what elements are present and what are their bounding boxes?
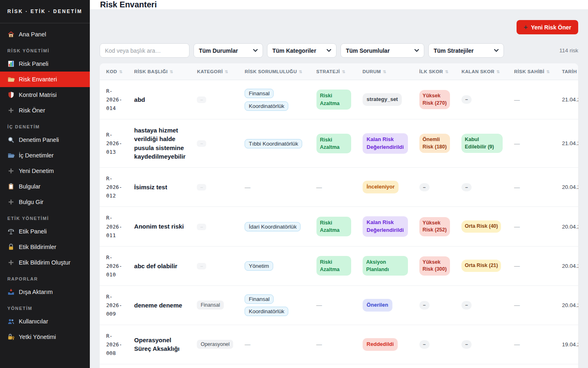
risk-code-cell: R-2026-013 (100, 119, 128, 168)
strategy-filter-select[interactable]: Tüm Stratejiler (428, 43, 504, 58)
responsibility-cell: Tıbbi Koordinatörlük (238, 119, 310, 168)
sidebar-item-label: Yetki Yönetimi (19, 334, 56, 340)
sort-icon: ⇅ (170, 70, 174, 74)
risk-code-cell: R-2026-010 (100, 246, 128, 285)
residual-score-cell: Orta Risk (21) (455, 246, 508, 285)
sidebar-item-bulgu-gir[interactable]: Bulgu Gir (0, 194, 90, 210)
table-row[interactable]: R-2026-013hastaya hizmet verildiği halde… (100, 119, 578, 168)
sidebar-item-risk-paneli[interactable]: Risk Paneli (0, 56, 90, 72)
strategy-cell: — (310, 285, 356, 325)
new-risk-button[interactable]: + Yeni Risk Öner (517, 20, 578, 34)
column-header-kalan-skor[interactable]: KALAN SKOR⇅ (455, 63, 508, 80)
initial-score-cell: Yüksek Risk (270) (413, 80, 455, 119)
column-header-ilk-skor[interactable]: İLK SKOR⇅ (413, 63, 455, 80)
sidebar-item-ana-panel[interactable]: Ana Panel (0, 27, 90, 42)
sidebar-item-disa-aktarim[interactable]: Dışa Aktarım (0, 284, 90, 300)
page-header: Risk Envanteri (90, 0, 588, 10)
plus-icon (7, 167, 15, 175)
empty-value: — (245, 341, 250, 348)
table-row[interactable]: R-2026-007İtibar Riski – —Aksiyon Planla… (100, 364, 578, 368)
sort-icon: ⇅ (225, 70, 228, 74)
table-row[interactable]: R-2026-012İsimsiz test–——İnceleniyor––—2… (100, 168, 578, 207)
column-label: RİSK BAŞLIĞI (134, 69, 168, 74)
column-header-strateji[interactable]: STRATEJİ⇅ (310, 63, 356, 80)
column-header-risk-sorumlulugu[interactable]: RİSK SORUMLULUĞU⇅ (238, 63, 310, 80)
date-cell: 21.04.2026 (555, 80, 578, 119)
chevron-down-icon (327, 49, 331, 52)
column-header-kategori[interactable]: KATEGORİ⇅ (190, 63, 238, 80)
column-label: DURUM (363, 69, 381, 74)
risk-table-card: KOD⇅RİSK BAŞLIĞI⇅KATEGORİ⇅RİSK SORUMLULU… (100, 63, 578, 368)
category-cell (190, 364, 238, 368)
responsibility-badge: Finansal Koordinatörlük (245, 89, 288, 110)
sidebar-item-risk-oner[interactable]: Risk Öner (0, 103, 90, 118)
category-cell: – (190, 246, 238, 285)
responsibility-cell: Finansal Koordinatörlük (238, 285, 310, 325)
strategy-badge: Riski Azaltma (316, 217, 351, 236)
risk-code-cell: R-2026-012 (100, 168, 128, 207)
column-header-tarih[interactable]: TARİH⇅ (555, 63, 578, 80)
risk-title-cell: İtibar Riski – (128, 364, 191, 368)
status-cell: Kalan Risk Değerlendirildi (356, 119, 413, 168)
sidebar-item-etik-bildirimler[interactable]: Etik Bildirimler (0, 239, 90, 255)
sidebar-item-label: Risk Öner (19, 107, 45, 114)
column-label: KALAN SKOR (461, 69, 494, 74)
table-row[interactable]: R-2026-010abc def olabilir–YönetimRiski … (100, 246, 578, 285)
residual-score-cell: – (455, 80, 508, 119)
sidebar-nav: Ana PanelRİSK YÖNETİMİRisk PaneliRisk En… (0, 23, 90, 345)
sidebar-item-label: Bulgu Gir (19, 199, 43, 205)
status-badge: Kalan Risk Değerlendirildi (363, 216, 408, 237)
sort-icon: ⇅ (342, 70, 345, 74)
sidebar-item-etik-paneli[interactable]: Etik Paneli (0, 224, 90, 239)
search-input[interactable] (100, 43, 189, 58)
residual-score-cell: – (455, 168, 508, 207)
column-header-risk-sahibi[interactable]: RİSK SAHİBİ⇅ (508, 63, 555, 80)
responsible-filter-select[interactable]: Tüm Sorumlular (341, 43, 424, 58)
risk-code-cell: R-2026-009 (100, 285, 128, 325)
status-badge: Kalan Risk Değerlendirildi (363, 133, 408, 154)
owner-cell: — (508, 207, 555, 246)
risk-title-cell: abc def olabilir (128, 246, 191, 285)
owner-cell: — (508, 325, 555, 364)
table-row[interactable]: R-2026-009deneme denemeFinansalFinansal … (100, 285, 578, 325)
sidebar-item-ic-denetimler[interactable]: İç Denetimler (0, 148, 90, 163)
strategy-cell: Riski Azaltma (310, 246, 356, 285)
date-cell: 20.04.2026 (555, 207, 578, 246)
responsibility-cell (238, 364, 310, 368)
owner-value: — (514, 96, 520, 103)
scales-icon (7, 228, 15, 235)
column-header-risk-basligi[interactable]: RİSK BAŞLIĞI⇅ (128, 63, 191, 80)
sidebar-item-etik-bildirim-olustur[interactable]: Etik Bildirim Oluştur (0, 255, 90, 270)
sidebar-item-label: Risk Envanteri (19, 76, 57, 83)
folder-icon (7, 76, 15, 83)
sidebar-item-yeni-denetim[interactable]: Yeni Denetim (0, 163, 90, 179)
initial-score-badge: Yüksek Risk (252) (419, 217, 450, 236)
category-filter-value: Tüm Kategoriler (272, 47, 316, 54)
sidebar-item-kontrol-matrisi[interactable]: Kontrol Matrisi (0, 87, 90, 103)
status-cell: İnceleniyor (356, 168, 413, 207)
owner-value: — (514, 140, 520, 147)
column-header-kod[interactable]: KOD⇅ (100, 63, 128, 80)
sidebar-item-bulgular[interactable]: Bulgular (0, 179, 90, 194)
date-cell: 20.04.2026 (555, 246, 578, 285)
empty-score-badge: – (461, 301, 472, 309)
sidebar-item-denetim-paneli[interactable]: Denetim Paneli (0, 132, 90, 148)
category-filter-select[interactable]: Tüm Kategoriler (267, 43, 336, 58)
table-row[interactable]: R-2026-008Operasyonel Süreç AksaklığıOpe… (100, 325, 578, 364)
table-row[interactable]: R-2026-011Anonim test riski–İdari Koordi… (100, 207, 578, 246)
status-filter-select[interactable]: Tüm Durumlar (194, 43, 263, 58)
table-row[interactable]: R-2026-014abd–Finansal KoordinatörlükRis… (100, 80, 578, 119)
strategy-cell: — (310, 325, 356, 364)
residual-score-cell: Kabul Edilebilir (9) (455, 119, 508, 168)
initial-score-cell: – (413, 325, 455, 364)
plus-icon (7, 198, 15, 206)
sidebar-item-yetki-yonetimi[interactable]: Yetki Yönetimi (0, 329, 90, 345)
responsibility-cell: Finansal Koordinatörlük (238, 80, 310, 119)
residual-score-cell: – (455, 285, 508, 325)
strategy-cell: Riski Azaltma (310, 207, 356, 246)
status-cell: Kalan Risk Değerlendirildi (356, 207, 413, 246)
sidebar-item-kullanicilar[interactable]: Kullanıcılar (0, 314, 90, 329)
new-risk-button-label: Yeni Risk Öner (531, 24, 571, 31)
sidebar-item-risk-envanteri[interactable]: Risk Envanteri (0, 72, 90, 87)
column-header-durum[interactable]: DURUM⇅ (356, 63, 413, 80)
